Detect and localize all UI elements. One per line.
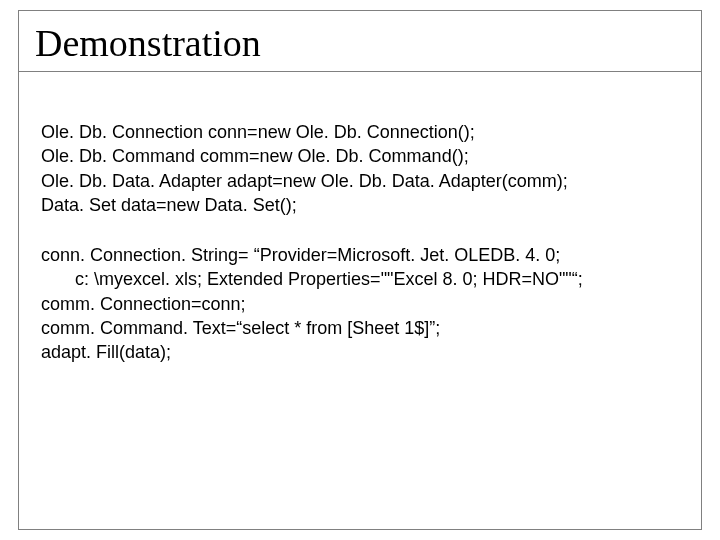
- code-line: Data. Set data=new Data. Set();: [41, 193, 679, 217]
- slide-frame: Demonstration Ole. Db. Connection conn=n…: [18, 10, 702, 530]
- code-line: Ole. Db. Command comm=new Ole. Db. Comma…: [41, 144, 679, 168]
- code-line: conn. Connection. String= “Provider=Micr…: [41, 243, 679, 267]
- title-bar: Demonstration: [19, 11, 701, 72]
- slide-body: Ole. Db. Connection conn=new Ole. Db. Co…: [19, 72, 701, 365]
- code-line-indent: c: \myexcel. xls; Extended Properties=""…: [41, 267, 679, 291]
- code-line: comm. Command. Text=“select * from [Shee…: [41, 316, 679, 340]
- code-line: adapt. Fill(data);: [41, 340, 679, 364]
- code-line: Ole. Db. Connection conn=new Ole. Db. Co…: [41, 120, 679, 144]
- code-line: Ole. Db. Data. Adapter adapt=new Ole. Db…: [41, 169, 679, 193]
- code-block-2: conn. Connection. String= “Provider=Micr…: [41, 243, 679, 364]
- code-line: comm. Connection=conn;: [41, 292, 679, 316]
- slide-title: Demonstration: [35, 21, 685, 65]
- code-block-1: Ole. Db. Connection conn=new Ole. Db. Co…: [41, 120, 679, 217]
